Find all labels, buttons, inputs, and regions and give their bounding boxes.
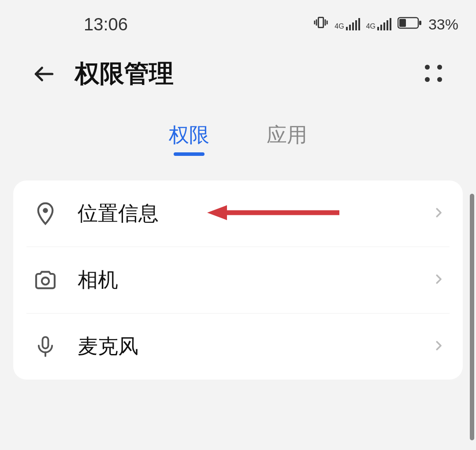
svg-rect-0 [319,18,324,28]
tab-permissions[interactable]: 权限 [169,122,209,154]
status-bar: 13:06 4G 4G 33% [0,0,476,48]
tab-bar: 权限 应用 [0,113,476,167]
permissions-card: 位置信息 相机 麦克风 [13,181,463,380]
page-title: 权限管理 [75,57,405,91]
battery-icon [398,16,422,33]
svg-rect-2 [399,19,406,27]
location-icon [31,199,60,228]
chevron-right-icon [432,203,445,225]
svg-point-4 [44,209,47,212]
camera-icon [31,266,60,295]
back-button[interactable] [31,61,57,87]
signal-2: 4G [366,18,391,30]
permission-label: 麦克风 [78,333,414,360]
svg-point-7 [42,277,49,284]
back-arrow-icon [32,62,56,86]
signal-1: 4G [335,18,360,30]
microphone-icon [31,332,60,361]
battery-percent: 33% [428,16,458,33]
chevron-right-icon [432,336,445,358]
permission-row-location[interactable]: 位置信息 [26,181,450,247]
permission-row-microphone[interactable]: 麦克风 [26,314,450,380]
menu-button[interactable] [423,63,445,85]
vibrate-icon [313,15,328,33]
scrollbar[interactable] [470,194,474,440]
permission-label: 位置信息 [78,200,414,227]
svg-rect-3 [419,21,421,25]
status-indicators: 4G 4G 33% [313,15,458,33]
status-time: 13:06 [84,15,128,34]
chevron-right-icon [432,269,445,291]
permission-row-camera[interactable]: 相机 [26,247,450,314]
permission-label: 相机 [78,266,414,294]
svg-rect-8 [43,337,48,348]
page-header: 权限管理 [0,48,476,113]
tab-apps[interactable]: 应用 [267,122,307,154]
